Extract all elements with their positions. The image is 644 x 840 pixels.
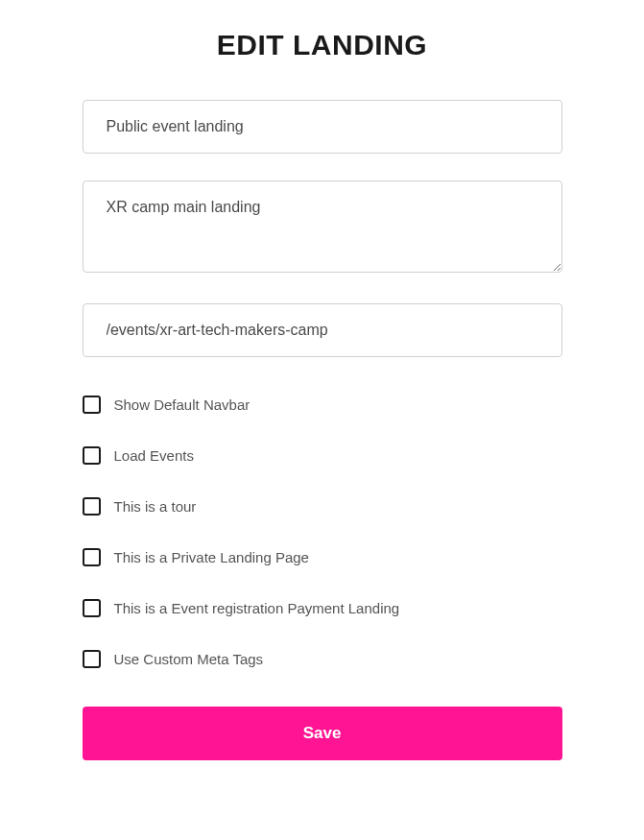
load-events-label[interactable]: Load Events xyxy=(114,447,194,464)
show-navbar-checkbox[interactable] xyxy=(83,396,101,414)
edit-landing-form: EDIT LANDING XR camp main landing Show D… xyxy=(83,29,562,760)
is-private-checkbox[interactable] xyxy=(83,548,101,566)
load-events-checkbox[interactable] xyxy=(83,446,101,465)
show-navbar-label[interactable]: Show Default Navbar xyxy=(114,396,250,413)
is-tour-row: This is a tour xyxy=(83,497,562,516)
title-field-group xyxy=(83,100,562,154)
url-field-group xyxy=(83,303,562,357)
description-textarea[interactable]: XR camp main landing xyxy=(83,180,562,273)
custom-meta-row: Use Custom Meta Tags xyxy=(83,650,562,668)
is-private-row: This is a Private Landing Page xyxy=(83,548,562,566)
is-private-label[interactable]: This is a Private Landing Page xyxy=(114,549,309,565)
is-payment-label[interactable]: This is a Event registration Payment Lan… xyxy=(114,600,400,616)
page-title: EDIT LANDING xyxy=(83,29,562,61)
title-input[interactable] xyxy=(83,100,562,154)
custom-meta-checkbox[interactable] xyxy=(83,650,101,668)
checkboxes-section: Show Default Navbar Load Events This is … xyxy=(83,396,562,668)
is-payment-row: This is a Event registration Payment Lan… xyxy=(83,599,562,617)
is-tour-checkbox[interactable] xyxy=(83,497,101,516)
custom-meta-label[interactable]: Use Custom Meta Tags xyxy=(114,651,264,667)
show-navbar-row: Show Default Navbar xyxy=(83,396,562,414)
description-field-group: XR camp main landing xyxy=(83,180,562,276)
is-payment-checkbox[interactable] xyxy=(83,599,101,617)
load-events-row: Load Events xyxy=(83,446,562,465)
is-tour-label[interactable]: This is a tour xyxy=(114,498,197,515)
save-button[interactable]: Save xyxy=(83,707,562,760)
url-input[interactable] xyxy=(83,303,562,357)
